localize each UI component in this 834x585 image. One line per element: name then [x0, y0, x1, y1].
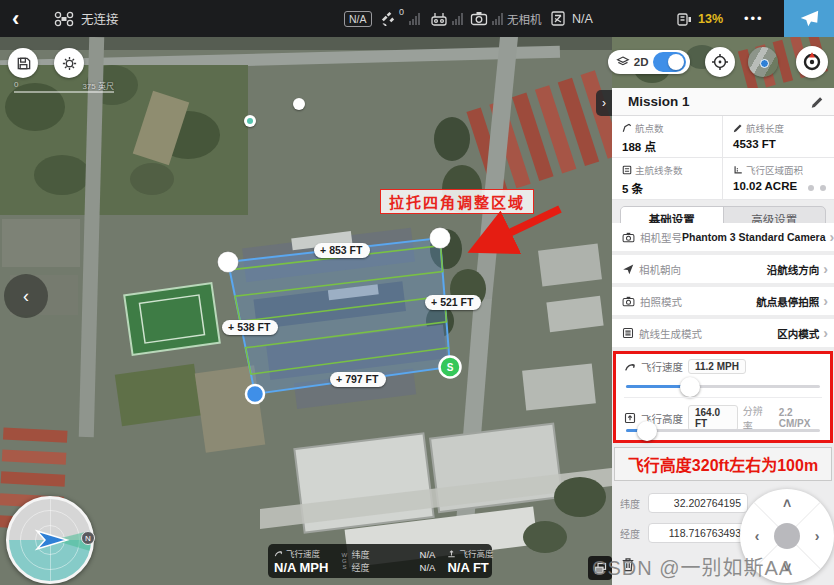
stat-main-lines: 主航线条数 5 条: [612, 158, 723, 200]
flight-mode-status: N/A: [550, 0, 593, 37]
chevron-right-icon: ›: [823, 261, 828, 277]
back-button[interactable]: ‹: [12, 0, 19, 37]
latitude-row: 纬度 32.202764195: [612, 492, 752, 514]
flight-mode-badge: N/A: [344, 0, 372, 37]
nudge-up-button[interactable]: ˄: [780, 497, 794, 511]
remote-controller-icon: [430, 11, 448, 27]
camera-icon: [622, 296, 635, 307]
heading-icon: [622, 263, 634, 275]
row-camera-model[interactable]: 相机型号 Phantom 3 Standard Camera ›: [612, 223, 834, 251]
more-icon: •••: [744, 11, 764, 26]
flight-params-highlight-box: 飞行速度 11.2 MPH 飞行高度 164.0 FT 分辨率 2.2 CM/P…: [613, 351, 833, 443]
layers-icon: [616, 55, 630, 69]
edge-length-label-bottom[interactable]: +797 FT: [330, 372, 386, 387]
move-icon: +: [228, 321, 234, 333]
latitude-input[interactable]: 32.202764195: [648, 493, 748, 513]
move-icon: +: [336, 373, 342, 385]
map-scale-bar: 0375 英尺: [14, 80, 114, 93]
altitude-icon: [624, 412, 636, 424]
gps-status: 0: [380, 0, 420, 37]
compass-icon: [801, 51, 823, 73]
north-badge: N: [81, 531, 95, 545]
edge-length-label-right[interactable]: +521 FT: [425, 295, 481, 310]
lines-icon: [622, 165, 632, 175]
speed-icon: [624, 361, 636, 373]
nudge-right-button[interactable]: ›: [810, 529, 824, 543]
minimap-thumbnail[interactable]: [748, 47, 778, 77]
speed-slider-thumb[interactable]: [680, 377, 700, 397]
view-2d-toggle[interactable]: [653, 52, 687, 72]
view-mode-pill[interactable]: 2D: [608, 50, 690, 74]
nudge-left-button[interactable]: ‹: [750, 529, 764, 543]
move-icon: +: [431, 296, 437, 308]
save-mission-button[interactable]: [8, 48, 38, 78]
route-mode-icon: [622, 327, 634, 339]
map-settings-button[interactable]: [54, 48, 84, 78]
speed-icon: [274, 549, 283, 558]
stat-route-length: 航线长度 4533 FT: [723, 116, 834, 158]
camera-status: 无相机: [470, 0, 542, 37]
telemetry-bar: 飞行速度 N/A MPH WGS 纬度N/A 经度N/A 飞行高度 N/A FT: [268, 544, 492, 578]
mission-panel: Mission 1 航点数 188 点 航线长度 4533 FT: [612, 88, 834, 585]
speed-slider[interactable]: [626, 385, 820, 388]
telemetry-speed-value: N/A MPH: [274, 560, 328, 575]
locate-button[interactable]: [705, 47, 735, 77]
route-length-icon: [733, 123, 743, 133]
telemetry-speed: 飞行速度 N/A MPH: [268, 544, 334, 578]
telemetry-coords: WGS 纬度N/A 经度N/A: [334, 544, 441, 578]
satellite-icon: [380, 10, 397, 27]
map-marker[interactable]: [244, 115, 256, 127]
mission-header: Mission 1: [612, 88, 834, 116]
edit-pencil-icon[interactable]: [810, 95, 824, 109]
datum-label: WGS: [340, 552, 347, 570]
altitude-icon: [447, 549, 456, 558]
battery-icon: [676, 11, 693, 27]
flight-mode-icon: [550, 10, 566, 27]
collapse-left-button[interactable]: ‹: [4, 274, 48, 318]
stat-area: 飞行区域面积 10.02 ACRE: [723, 158, 834, 200]
chevron-right-icon: ›: [823, 293, 828, 309]
chevron-right-icon: ›: [830, 229, 834, 245]
view-2d-label: 2D: [634, 56, 649, 68]
camera-signal-bars: [492, 13, 503, 25]
move-icon: +: [320, 244, 326, 256]
compass-reset-button[interactable]: [796, 46, 828, 78]
more-menu-button[interactable]: •••: [744, 0, 764, 37]
battery-percent: 13%: [698, 12, 723, 26]
edge-length-label-left[interactable]: +538 FT: [222, 320, 278, 335]
panel-collapse-tab[interactable]: ›: [596, 90, 612, 116]
altitude-slider[interactable]: [626, 429, 820, 432]
stat-waypoints: 航点数 188 点: [612, 116, 723, 158]
airplane-icon: [798, 8, 820, 30]
longitude-row: 经度 118.716763493: [612, 522, 752, 544]
gps-signal-bars: [409, 13, 420, 25]
drone-icon: [54, 11, 74, 27]
satellite-count: 0: [399, 7, 404, 17]
row-route-mode[interactable]: 航线生成模式 区内模式 ›: [612, 319, 834, 347]
waypoint-icon: [622, 123, 632, 133]
takeoff-button[interactable]: [784, 0, 834, 37]
rc-status: [430, 0, 463, 37]
altitude-value-field[interactable]: 164.0 FT: [688, 405, 738, 431]
chevron-left-icon: ‹: [23, 286, 29, 307]
watermark: CSDN @一别如斯AA: [592, 552, 793, 581]
camera-icon: [622, 232, 635, 243]
connection-status: 无连接: [54, 0, 119, 37]
back-icon: ‹: [12, 6, 19, 32]
rc-signal-bars: [452, 13, 463, 25]
speed-slider-row: 飞行速度 11.2 MPH: [616, 354, 830, 397]
row-photo-mode[interactable]: 拍照模式 航点悬停拍照 ›: [612, 287, 834, 315]
area-ruler-icon: [733, 165, 743, 175]
stats-pager-dots: [808, 185, 826, 191]
nudge-center-button[interactable]: [774, 523, 800, 549]
resolution-value: 2.2 CM/PX: [779, 407, 822, 429]
map-marker[interactable]: [293, 98, 305, 110]
edge-length-label-top[interactable]: +853 FT: [314, 243, 370, 258]
altitude-slider-row: 飞行高度 164.0 FT 分辨率 2.2 CM/PX: [616, 398, 830, 441]
drone-heading-arrow: [37, 531, 67, 549]
longitude-input[interactable]: 118.716763493: [648, 523, 748, 543]
row-camera-heading[interactable]: 相机朝向 沿航线方向 ›: [612, 255, 834, 283]
crosshair-icon: [711, 53, 729, 71]
altitude-slider-thumb[interactable]: [637, 421, 657, 441]
speed-value-field[interactable]: 11.2 MPH: [688, 359, 746, 374]
